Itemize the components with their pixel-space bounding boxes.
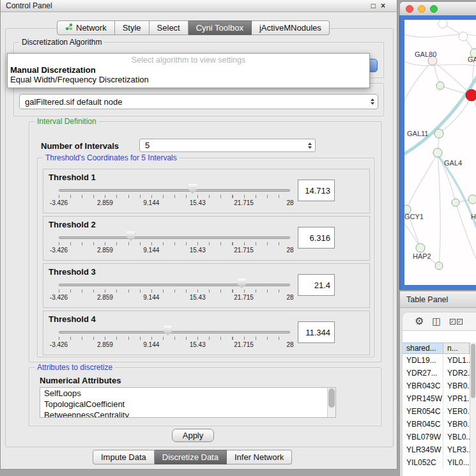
- tab-label: Select: [157, 23, 180, 33]
- slider-track[interactable]: [59, 236, 290, 239]
- slider-scale-label: 2.859: [97, 294, 113, 301]
- threshold-4-slider[interactable]: -3.4262.8599.14415.4321.71528: [59, 325, 290, 353]
- slider-track[interactable]: [59, 331, 290, 334]
- tab-select[interactable]: Select: [150, 20, 188, 35]
- dropdown-option-manual-discretization[interactable]: Manual Discretization: [8, 65, 369, 75]
- slider-scale-label: 9.144: [143, 294, 159, 301]
- scrollbar-thumb[interactable]: [328, 388, 335, 408]
- checkbox-icon: ✓: [450, 319, 456, 325]
- numerical-attributes-list[interactable]: SelfLoopsTopologicalCoefficientBetweenne…: [40, 387, 336, 418]
- thresholds-group: Threshold's Coordinates for 5 Intervals …: [37, 158, 374, 357]
- network-node[interactable]: [433, 148, 442, 157]
- column-header-shared-name[interactable]: shared...: [403, 342, 443, 354]
- threshold-2-panel: Threshold 2 -3.4262.8599.14415.4321.7152…: [43, 216, 370, 261]
- network-canvas[interactable]: GAL80GAGAL11GAL4GCY1HHAP2: [404, 20, 476, 285]
- network-node[interactable]: [416, 243, 425, 252]
- column-header-name[interactable]: n...: [443, 342, 470, 354]
- slider-thumb[interactable]: [127, 231, 135, 241]
- table-row[interactable]: YDR27...YDR2...: [403, 367, 470, 380]
- tab-network[interactable]: Network: [57, 20, 115, 35]
- network-window-titlebar[interactable]: [399, 1, 476, 15]
- network-tab-icon: [65, 23, 73, 33]
- network-node[interactable]: [435, 262, 443, 270]
- table-row[interactable]: YLR345WYLR3...: [403, 443, 470, 456]
- apply-button[interactable]: Apply: [172, 429, 214, 442]
- tab-infer-network[interactable]: Infer Network: [227, 450, 292, 464]
- attribute-list-item[interactable]: TopologicalCoefficient: [40, 399, 327, 410]
- threshold-2-slider[interactable]: -3.4262.8599.14415.4321.71528: [59, 231, 290, 259]
- numerical-attributes-label: Numerical Attributes: [40, 376, 121, 385]
- table-row[interactable]: YBL079WYBL0...: [403, 431, 470, 443]
- close-traffic-light[interactable]: [406, 5, 413, 13]
- slider-scale-label: 21.715: [234, 199, 254, 206]
- tab-label: Network: [76, 23, 107, 33]
- slider-track[interactable]: [59, 284, 290, 286]
- table-row[interactable]: YIL052CYIL0...: [403, 456, 470, 469]
- slider-scale-label: 28: [286, 294, 293, 301]
- slider-thumb[interactable]: [164, 326, 172, 335]
- group-title: Discretization Algorithm: [19, 38, 104, 47]
- network-node[interactable]: [459, 32, 468, 41]
- network-node[interactable]: [466, 89, 476, 101]
- list-scrollbar[interactable]: [327, 388, 335, 417]
- dropdown-placeholder: Select algorithm to view settings: [8, 55, 369, 65]
- network-node[interactable]: [452, 199, 459, 206]
- zoom-traffic-light[interactable]: [430, 5, 438, 13]
- slider-track[interactable]: [59, 189, 290, 192]
- threshold-3-slider[interactable]: -3.4262.8599.14415.4321.71528: [59, 278, 290, 306]
- table-scrollbar[interactable]: [470, 342, 476, 476]
- spinner-arrows-icon: [308, 142, 312, 149]
- minimize-traffic-light[interactable]: [418, 5, 426, 13]
- network-node[interactable]: [436, 82, 444, 89]
- table-row[interactable]: YDL19...YDL1...: [403, 354, 470, 367]
- attribute-list-item[interactable]: BetweennessCentrality: [40, 410, 327, 418]
- network-node[interactable]: [438, 20, 447, 28]
- table-row[interactable]: YBR043CYBR0...: [403, 380, 470, 392]
- tab-label: Discretize Data: [162, 452, 219, 462]
- number-of-intervals-combo[interactable]: 5: [139, 139, 316, 152]
- table-row[interactable]: YPR145WYPR1...: [403, 392, 470, 405]
- slider-scale: -3.4262.8599.14415.4321.71528: [59, 341, 290, 349]
- threshold-1-slider[interactable]: -3.4262.8599.14415.4321.71528: [59, 183, 290, 211]
- show-columns-icon[interactable]: ◫: [432, 316, 441, 326]
- tab-label: Style: [123, 23, 141, 33]
- table-cell: YBR0...: [443, 420, 470, 429]
- dropdown-option-equal-width-frequency[interactable]: Equal Width/Frequency Discretization: [8, 75, 369, 84]
- slider-thumb[interactable]: [188, 184, 197, 194]
- table-cell: YER054C: [403, 405, 443, 418]
- group-title: Interval Definition: [35, 118, 99, 126]
- float-window-icon[interactable]: □: [371, 2, 376, 10]
- close-window-icon[interactable]: ×: [381, 2, 385, 10]
- control-panel-titlebar[interactable]: Control Panel □ ×: [1, 0, 397, 12]
- attribute-list-item[interactable]: SelfLoops: [40, 388, 327, 399]
- table-data-combo[interactable]: galFiltered.sif default node: [19, 94, 378, 109]
- slider-scale-label: -3.426: [50, 294, 68, 301]
- threshold-3-value-field[interactable]: 21.4: [298, 274, 335, 296]
- tab-style[interactable]: Style: [115, 20, 150, 35]
- slider-scale-label: 2.859: [97, 247, 113, 254]
- tab-impute-data[interactable]: Impute Data: [93, 450, 155, 464]
- threshold-4-value-field[interactable]: 11.344: [298, 321, 335, 343]
- tab-cyni-toolbox[interactable]: Cyni Toolbox: [188, 20, 252, 35]
- table-panel-header[interactable]: Table Panel: [400, 291, 476, 308]
- select-all-checkboxes-icon[interactable]: ✓ ✓: [450, 319, 463, 325]
- slider-thumb[interactable]: [238, 279, 246, 288]
- network-node-label: GA: [468, 56, 476, 63]
- threshold-1-value-field[interactable]: 14.713: [298, 180, 335, 201]
- slider-scale-label: -3.426: [50, 199, 68, 206]
- control-panel-window: Control Panel □ × Network Style Select C…: [0, 0, 397, 470]
- table-row[interactable]: YER054CYER0...: [403, 405, 470, 418]
- slider-scale-label: 21.715: [234, 341, 254, 348]
- slider-scale: -3.4262.8599.14415.4321.71528: [59, 199, 290, 207]
- network-node[interactable]: [434, 129, 443, 138]
- table-panel: Table Panel ⚙ ◫ ✓ ✓ shared... n... YDL19…: [399, 291, 476, 476]
- slider-scale-label: 28: [286, 247, 293, 254]
- tab-discretize-data[interactable]: Discretize Data: [155, 450, 227, 464]
- group-title: Threshold's Coordinates for 5 Intervals: [43, 154, 180, 162]
- tab-jactivemodules[interactable]: jActiveMNodules: [252, 20, 330, 35]
- threshold-2-value-field[interactable]: 6.316: [298, 227, 335, 249]
- scrollbar-thumb[interactable]: [471, 344, 475, 398]
- table-row[interactable]: YBR045CYBR0...: [403, 418, 470, 431]
- table-settings-gear-icon[interactable]: ⚙: [415, 316, 424, 326]
- network-node[interactable]: [468, 195, 476, 204]
